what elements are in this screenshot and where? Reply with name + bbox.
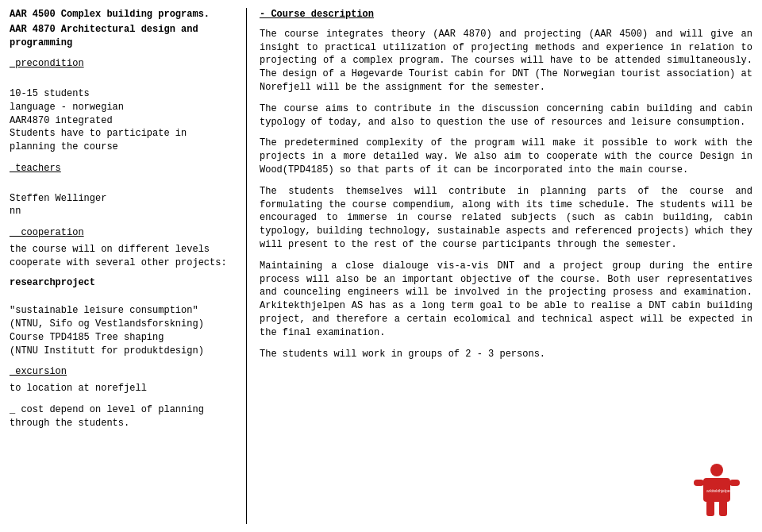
person-figure-icon: arkitekthjelpen	[689, 462, 745, 522]
titles: AAR 4500 Complex building programs. AAR …	[10, 8, 232, 49]
cost-body: _ cost depend on level of planning throu…	[10, 404, 204, 429]
right-para-6: The students will work in groups of 2 - …	[260, 348, 752, 361]
right-para-2: The course aims to contribute in the dis…	[260, 102, 752, 129]
title1: AAR 4500 Complex building programs.	[10, 8, 232, 21]
cooperation-body: the course will on different levels coop…	[10, 243, 232, 270]
right-para-3: The predetermined complexity of the prog…	[260, 137, 752, 176]
cooperation-section: _ cooperation the course will on differe…	[10, 226, 232, 357]
research-body: "sustainable leisure consumption" (NTNU,…	[10, 291, 232, 357]
svg-point-0	[710, 464, 723, 476]
teachers-body: Steffen Wellinger nn	[10, 179, 232, 218]
svg-rect-5	[729, 480, 740, 486]
svg-rect-4	[694, 480, 704, 486]
excursion-body: to location at norefjell	[10, 382, 232, 395]
column-divider	[246, 8, 247, 524]
teachers-section: _teachers Steffen Wellinger nn	[10, 162, 232, 218]
precondition-body: 10-15 students language - norwegian AAR4…	[10, 74, 232, 154]
logo-area: arkitekthjelpen	[689, 462, 752, 526]
right-para-5: Maintaining a close dialouge vis-a-vis D…	[260, 260, 752, 340]
right-para-4: The students themselves will contribute …	[260, 185, 752, 252]
right-column: - Course description The course integrat…	[253, 8, 752, 524]
excursion-section: _excursion to location at norefjell	[10, 365, 232, 395]
course-description-header: - Course description	[260, 8, 752, 21]
page: AAR 4500 Complex building programs. AAR …	[0, 0, 762, 532]
svg-rect-2	[706, 500, 714, 516]
teachers-label: _teachers	[10, 162, 232, 175]
svg-text:arkitekthjelpen: arkitekthjelpen	[706, 488, 732, 493]
svg-rect-3	[719, 500, 727, 516]
research-label: researchproject	[10, 276, 232, 290]
precondition-section: _precondition 10-15 students language - …	[10, 57, 232, 154]
cooperation-label: _ cooperation	[10, 226, 232, 240]
precondition-label: _precondition	[10, 57, 232, 71]
title2: AAR 4870 Architectural design and progra…	[10, 23, 232, 50]
left-column: AAR 4500 Complex building programs. AAR …	[10, 8, 240, 524]
excursion-label: _excursion	[10, 365, 232, 379]
right-para-1: The course integrates theory (AAR 4870) …	[260, 28, 752, 94]
cost-section: _ cost depend on level of planning throu…	[10, 403, 232, 430]
